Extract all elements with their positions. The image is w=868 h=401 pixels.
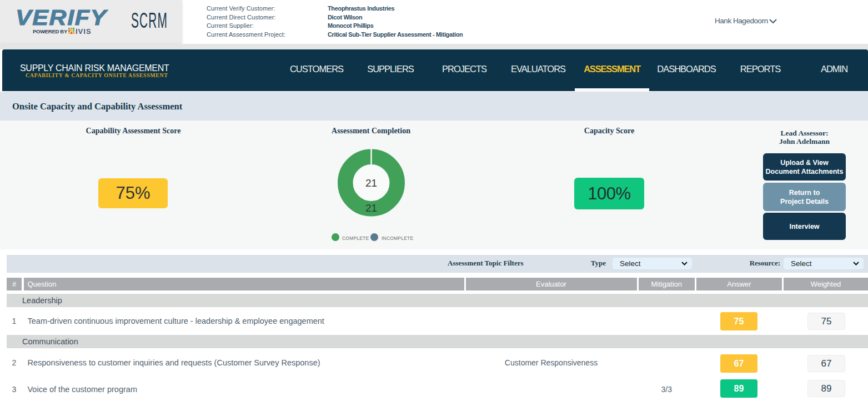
svg-text:21: 21 [365,202,377,214]
svg-text:21: 21 [365,177,377,189]
